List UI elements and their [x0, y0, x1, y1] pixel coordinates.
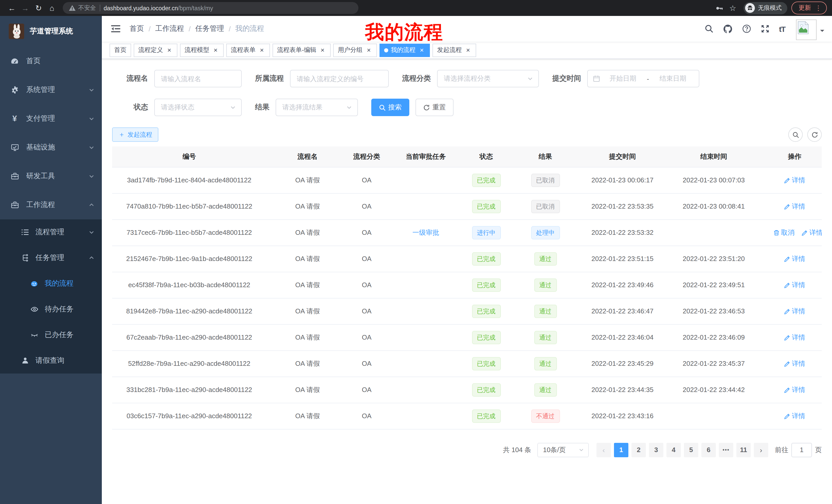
- page-size-select[interactable]: 10条/页: [537, 443, 589, 457]
- detail-action-link[interactable]: 详情: [784, 359, 805, 368]
- sidebar-item-home[interactable]: 首页: [0, 47, 102, 76]
- back-icon[interactable]: ←: [5, 1, 19, 15]
- tab-close-icon[interactable]: ×: [418, 47, 425, 54]
- chevron-down-icon: [88, 229, 95, 235]
- reset-button[interactable]: 重置: [415, 99, 453, 116]
- process-definition-input[interactable]: [290, 70, 389, 87]
- page-button-5[interactable]: 5: [684, 443, 698, 457]
- sidebar-item-leave-query[interactable]: 请假查询: [0, 348, 102, 373]
- tab-流程定义[interactable]: 流程定义×: [134, 44, 177, 57]
- sidebar-item-infra[interactable]: 基础设施: [0, 133, 102, 162]
- tab-流程表单-编辑[interactable]: 流程表单-编辑×: [272, 44, 331, 57]
- home-icon[interactable]: ⌂: [45, 1, 59, 15]
- sidebar-item-done-tasks[interactable]: 已办任务: [0, 322, 102, 348]
- sidebar-item-system[interactable]: 系统管理: [0, 76, 102, 104]
- page-button-6[interactable]: 6: [701, 443, 716, 457]
- page-button-3[interactable]: 3: [649, 443, 663, 457]
- update-button[interactable]: 更新 ⋮: [791, 2, 827, 15]
- app-logo[interactable]: 芋道管理系统: [0, 16, 102, 47]
- sidebar-item-my-process[interactable]: 我的流程: [0, 271, 102, 297]
- status-cell: 已完成: [467, 403, 505, 429]
- bookmark-star-icon[interactable]: ☆: [726, 1, 739, 15]
- cancel-action-link[interactable]: 取消: [773, 228, 795, 237]
- address-bar[interactable]: 不安全 dashboard.yudao.iocoder.cn/bpm/task/…: [63, 2, 358, 14]
- tab-close-icon[interactable]: ×: [464, 47, 471, 54]
- tab-流程模型[interactable]: 流程模型×: [180, 44, 224, 57]
- process-name-input[interactable]: [154, 70, 242, 87]
- result-cell: 通过: [505, 298, 585, 324]
- next-page-button[interactable]: ›: [754, 443, 768, 457]
- toggle-search-button[interactable]: [788, 128, 803, 142]
- sidebar-item-task-mgmt[interactable]: 任务管理: [0, 245, 102, 271]
- sidebar-item-todo-tasks[interactable]: 待办任务: [0, 297, 102, 322]
- tab-流程表单[interactable]: 流程表单×: [226, 44, 270, 57]
- result-select[interactable]: 请选择流结果: [276, 99, 358, 116]
- detail-action-link[interactable]: 详情: [784, 306, 805, 316]
- sidebar: 芋道管理系统 首页 系统管理 ¥ 支付管理: [0, 16, 102, 504]
- sidebar-toggle-icon[interactable]: [106, 25, 126, 33]
- user-menu[interactable]: [796, 18, 824, 40]
- search-button[interactable]: 搜索: [371, 99, 409, 116]
- page-button-4[interactable]: 4: [667, 443, 681, 457]
- tab-用户分组[interactable]: 用户分组×: [333, 44, 377, 57]
- sidebar-item-label: 首页: [26, 57, 95, 66]
- tab-close-icon[interactable]: ×: [165, 47, 173, 54]
- process-id-cell: 03c6c157-7b9a-11ec-a290-acde48001122: [112, 403, 266, 429]
- action-label: 详情: [792, 385, 805, 394]
- dropdown-caret-icon: [820, 30, 824, 34]
- actions-cell: 详情: [768, 324, 822, 351]
- tab-close-icon[interactable]: ×: [212, 47, 219, 54]
- password-key-icon[interactable]: [713, 1, 726, 15]
- detail-action-link[interactable]: 详情: [802, 228, 822, 237]
- breadcrumb-workflow[interactable]: 工作流程: [155, 24, 184, 33]
- tab-close-icon[interactable]: ×: [258, 47, 265, 54]
- detail-action-link[interactable]: 详情: [784, 175, 805, 185]
- sidebar-item-workflow[interactable]: 工作流程: [0, 191, 102, 219]
- reload-icon[interactable]: ↻: [32, 1, 45, 15]
- tab-首页[interactable]: 首页: [109, 44, 131, 57]
- tab-我的流程[interactable]: 我的流程×: [380, 44, 430, 57]
- search-icon[interactable]: [700, 24, 718, 33]
- detail-action-link[interactable]: 详情: [784, 411, 805, 421]
- category-cell: OA: [349, 403, 385, 429]
- security-warning[interactable]: 不安全: [69, 4, 96, 12]
- page-button-2[interactable]: 2: [631, 443, 646, 457]
- submit-time-cell: 2022-01-23 00:06:17: [585, 167, 660, 193]
- sidebar-item-devtools[interactable]: 研发工具: [0, 162, 102, 191]
- browser-menu-icon[interactable]: ⋮: [815, 5, 822, 11]
- font-size-icon[interactable]: tT: [774, 24, 790, 33]
- prev-page-button[interactable]: ‹: [597, 443, 611, 457]
- detail-action-link[interactable]: 详情: [784, 202, 805, 211]
- col-header-submit-time: 提交时间: [585, 146, 660, 167]
- pager: ‹123456•••11›: [595, 443, 770, 457]
- forward-icon[interactable]: →: [19, 1, 32, 15]
- help-icon[interactable]: [737, 24, 756, 33]
- tab-close-icon[interactable]: ×: [365, 47, 372, 54]
- status-cell: 已完成: [467, 376, 505, 403]
- fullscreen-icon[interactable]: [756, 24, 774, 33]
- detail-action-link[interactable]: 详情: [784, 333, 805, 342]
- current-task-link[interactable]: 一级审批: [412, 228, 439, 236]
- table-body: 3ad174fb-7b9d-11ec-8404-acde48001122OA 请…: [112, 167, 822, 429]
- category-select[interactable]: 请选择流程分类: [437, 70, 539, 87]
- detail-action-link[interactable]: 详情: [784, 280, 805, 289]
- detail-action-link[interactable]: 详情: [784, 254, 805, 263]
- page-button-11[interactable]: 11: [736, 443, 751, 457]
- goto-page-input[interactable]: [791, 443, 812, 457]
- page-button-1[interactable]: 1: [614, 443, 628, 457]
- status-select[interactable]: 请选择状态: [154, 99, 242, 116]
- sidebar-item-flow-mgmt[interactable]: 流程管理: [0, 219, 102, 245]
- date-range-picker[interactable]: 开始日期 - 结束日期: [587, 70, 699, 87]
- pages-ellipsis-button[interactable]: •••: [719, 443, 733, 457]
- current-task-cell: [385, 324, 467, 351]
- tab-发起流程[interactable]: 发起流程×: [433, 44, 476, 57]
- sidebar-item-payment[interactable]: ¥ 支付管理: [0, 104, 102, 133]
- breadcrumb-home[interactable]: 首页: [130, 24, 144, 33]
- refresh-table-button[interactable]: [807, 128, 822, 142]
- create-process-button[interactable]: ＋ 发起流程: [112, 128, 158, 142]
- process-id-cell: 819442e8-7b9a-11ec-a290-acde48001122: [112, 298, 266, 324]
- breadcrumb-task-mgmt[interactable]: 任务管理: [196, 24, 224, 33]
- github-icon[interactable]: [718, 24, 737, 34]
- detail-action-link[interactable]: 详情: [784, 385, 805, 394]
- tab-close-icon[interactable]: ×: [319, 47, 326, 54]
